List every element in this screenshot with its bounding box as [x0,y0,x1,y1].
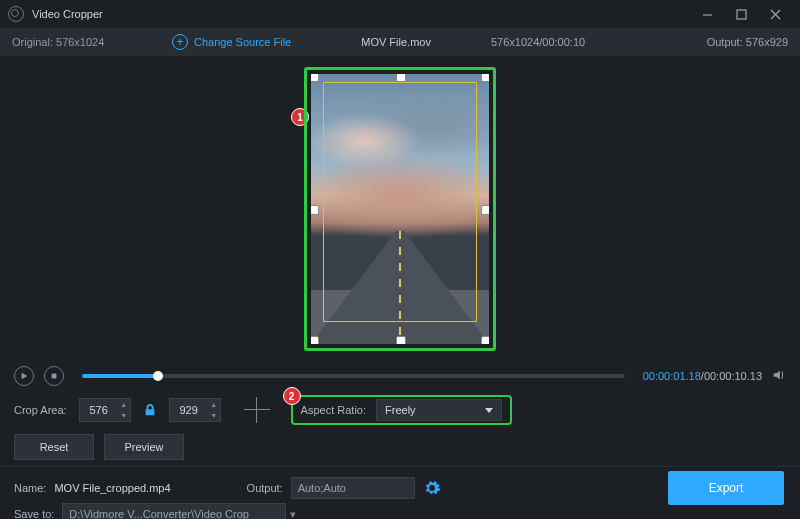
play-button[interactable] [14,366,34,386]
filename-label: MOV File.mov [361,36,431,48]
window-title: Video Cropper [32,8,103,20]
export-button[interactable]: Export [668,471,784,505]
stop-button[interactable] [44,366,64,386]
aspect-ratio-group: 2 Aspect Ratio: Freely [291,395,512,425]
minimize-button[interactable] [690,0,724,28]
original-size-label: Original: 576x1024 [12,36,172,48]
seek-slider[interactable] [82,374,625,378]
reset-button[interactable]: Reset [14,434,94,460]
svg-marker-4 [22,373,28,379]
spin-up-icon[interactable]: ▲ [208,399,220,410]
crop-area-label: Crop Area: [14,404,67,416]
playback-bar: 00:00:01.18/00:00:10.13 [0,362,800,390]
crop-handle[interactable] [481,336,489,344]
fileinfo-label: 576x1024/00:00:10 [491,36,585,48]
change-source-label: Change Source File [194,36,291,48]
crop-frame[interactable] [304,67,496,351]
crop-handle[interactable] [311,205,319,215]
divider [0,466,800,467]
spin-down-icon[interactable]: ▼ [118,410,130,421]
spin-up-icon[interactable]: ▲ [118,399,130,410]
preview-stage: 1 [0,56,800,362]
crop-handle[interactable] [396,74,406,82]
aspect-ratio-dropdown[interactable]: Freely [376,399,502,421]
crop-selection[interactable] [323,82,477,322]
saveto-path-value: D:\Vidmore V...Converter\Video Crop [69,508,249,519]
volume-icon[interactable] [772,368,786,384]
action-buttons-row: Reset Preview [0,430,800,464]
crop-handle[interactable] [311,74,319,82]
aspect-ratio-label: Aspect Ratio: [301,404,366,416]
name-label: Name: [14,482,46,494]
crop-handle[interactable] [481,205,489,215]
crop-width-input[interactable]: ▲▼ [79,398,131,422]
change-source-button[interactable]: + Change Source File [172,34,291,50]
settings-gear-icon[interactable] [423,479,441,497]
svg-rect-1 [737,10,746,19]
crop-height-input[interactable]: ▲▼ [169,398,221,422]
chevron-down-icon [485,408,493,413]
time-display: 00:00:01.18/00:00:10.13 [643,370,762,382]
chevron-down-icon[interactable]: ▾ [290,508,296,520]
output-label: Output: [247,482,283,494]
center-crop-icon[interactable] [245,398,269,422]
app-logo-icon [8,6,24,22]
spin-down-icon[interactable]: ▼ [208,410,220,421]
output-format-value: Auto;Auto [298,482,346,494]
annotation-badge-2: 2 [283,387,301,405]
name-value[interactable]: MOV File_cropped.mp4 [54,482,170,494]
saveto-label: Save to: [14,508,54,519]
preview-button[interactable]: Preview [104,434,184,460]
time-total: /00:00:10.13 [701,370,762,382]
video-preview[interactable] [311,74,489,344]
crop-handle[interactable] [396,336,406,344]
crop-width-field[interactable] [80,403,118,417]
crop-handle[interactable] [311,336,319,344]
plus-icon: + [172,34,188,50]
title-bar: Video Cropper [0,0,800,28]
output-size-label: Output: 576x929 [707,36,788,48]
output-format-dropdown[interactable]: Auto;Auto [291,477,415,499]
saveto-path-input[interactable]: D:\Vidmore V...Converter\Video Crop [62,503,286,519]
lock-aspect-icon[interactable] [143,403,157,417]
svg-rect-5 [52,374,57,379]
time-current: 00:00:01.18 [643,370,701,382]
crop-controls-row: Crop Area: ▲▼ ▲▼ 2 Aspect Ratio: Freely [0,390,800,430]
crop-handle[interactable] [481,74,489,82]
crop-height-field[interactable] [170,403,208,417]
maximize-button[interactable] [724,0,758,28]
info-toolbar: Original: 576x1024 + Change Source File … [0,28,800,56]
close-button[interactable] [758,0,792,28]
aspect-ratio-value: Freely [385,404,416,416]
